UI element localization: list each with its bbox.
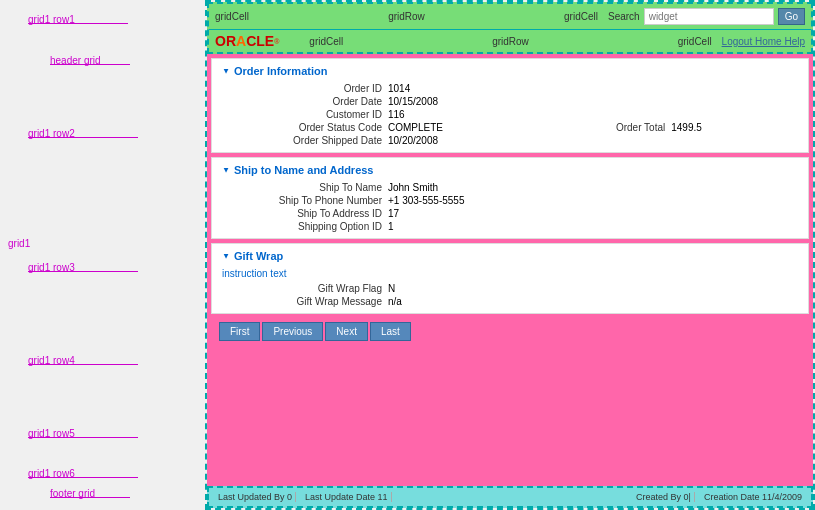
label-ship-name: Ship To Name — [222, 182, 382, 193]
header2-cell2: gridCell — [678, 36, 712, 47]
label-gift-flag: Gift Wrap Flag — [222, 283, 382, 294]
first-button[interactable]: First — [219, 322, 260, 341]
footer-created-by: Created By 0| — [633, 492, 695, 502]
header-grid: gridCell gridRow gridCell Search Go ORAC… — [207, 2, 813, 54]
previous-button[interactable]: Previous — [262, 322, 323, 341]
value-ship-phone: +1 303-555-5555 — [388, 195, 798, 206]
label-order-date: Order Date — [222, 96, 382, 107]
label-shipped-date: Order Shipped Date — [222, 135, 382, 146]
label-order-id: Order ID — [222, 83, 382, 94]
grid1-label: grid1 — [8, 238, 30, 249]
header2-rowlabel: gridRow — [353, 36, 667, 47]
ship-info-section: Ship to Name and Address Ship To Name Jo… — [211, 157, 809, 239]
gift-wrap-title: Gift Wrap — [222, 250, 798, 262]
go-button[interactable]: Go — [778, 8, 805, 25]
header-row1: gridCell gridRow gridCell Search Go — [209, 4, 811, 30]
search-area: Search Go — [608, 8, 805, 25]
header-cell2: gridCell — [564, 11, 598, 22]
value-order-id: 1014 — [388, 83, 539, 94]
footer-grid: Last Updated By 0 Last Update Date 11 Cr… — [207, 486, 813, 508]
value-shipping-opt: 1 — [388, 221, 798, 232]
search-label: Search — [608, 11, 640, 22]
annotation-panel: grid1 grid1 row1 header grid grid1 row2 … — [0, 0, 205, 510]
order-info-title: Order Information — [222, 65, 798, 77]
search-input[interactable] — [644, 8, 774, 25]
gift-wrap-table: Gift Wrap Flag N Gift Wrap Message n/a — [222, 283, 798, 307]
oracle-logo: ORACLE ® — [215, 33, 279, 49]
label-order-total: Order Total — [545, 122, 665, 133]
oracle-text: ORACLE — [215, 33, 274, 49]
header-rowlabel1: gridRow — [259, 11, 554, 22]
main-grid: gridCell gridRow gridCell Search Go ORAC… — [205, 0, 815, 510]
header-row2: ORACLE ® gridCell gridRow gridCell Logou… — [209, 30, 811, 52]
nav-links[interactable]: Logout Home Help — [722, 36, 805, 47]
value-gift-message: n/a — [388, 296, 798, 307]
ship-info-table: Ship To Name John Smith Ship To Phone Nu… — [222, 182, 798, 232]
instruction-text: instruction text — [222, 268, 798, 279]
label-ship-phone: Ship To Phone Number — [222, 195, 382, 206]
label-status-code: Order Status Code — [222, 122, 382, 133]
gift-wrap-section: Gift Wrap instruction text Gift Wrap Fla… — [211, 243, 809, 314]
next-button[interactable]: Next — [325, 322, 368, 341]
body-content: Order Information Order ID 1014 Order Da… — [207, 54, 813, 486]
order-info-table: Order ID 1014 Order Date 10/15/2008 Cust… — [222, 83, 798, 146]
value-status-code: COMPLETE — [388, 122, 539, 133]
value-ship-name: John Smith — [388, 182, 798, 193]
ship-info-title: Ship to Name and Address — [222, 164, 798, 176]
label-ship-addr-id: Ship To Address ID — [222, 208, 382, 219]
footer-creation-date: Creation Date 11/4/2009 — [701, 492, 805, 502]
order-info-section: Order Information Order ID 1014 Order Da… — [211, 58, 809, 153]
value-order-date: 10/15/2008 — [388, 96, 539, 107]
value-gift-flag: N — [388, 283, 798, 294]
value-shipped-date: 10/20/2008 — [388, 135, 539, 146]
label-gift-message: Gift Wrap Message — [222, 296, 382, 307]
footer-last-updated-by: Last Updated By 0 — [215, 492, 296, 502]
label-customer-id: Customer ID — [222, 109, 382, 120]
header-cell1: gridCell — [215, 11, 249, 22]
value-customer-id: 116 — [388, 109, 539, 120]
value-order-total: 1499.5 — [671, 122, 798, 133]
last-button[interactable]: Last — [370, 322, 411, 341]
header2-cell1: gridCell — [309, 36, 343, 47]
value-ship-addr-id: 17 — [388, 208, 798, 219]
footer-last-update-date: Last Update Date 11 — [302, 492, 392, 502]
pagination-row: First Previous Next Last — [211, 318, 809, 345]
label-shipping-opt: Shipping Option ID — [222, 221, 382, 232]
